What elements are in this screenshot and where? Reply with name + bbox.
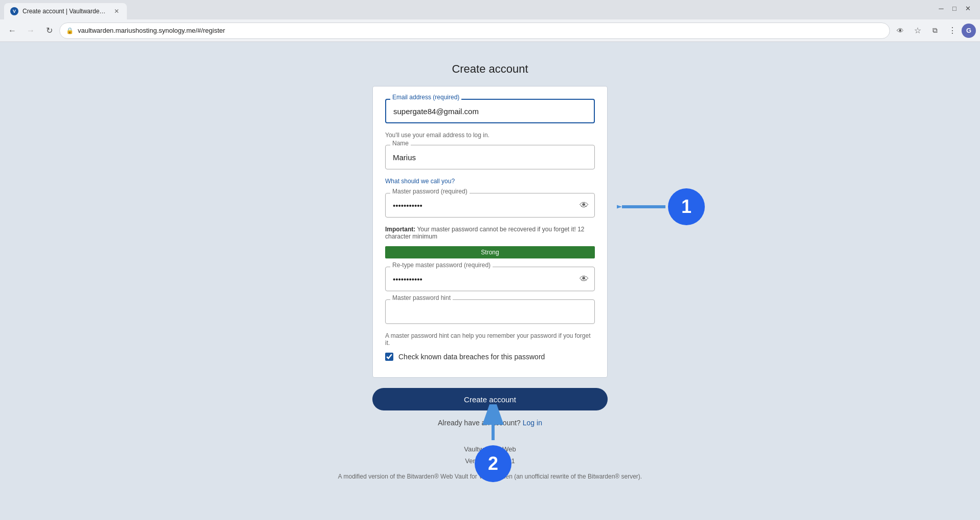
master-password-group: Master password (required) 👁: [385, 193, 595, 218]
master-password-warning: Important: Your master password cannot b…: [385, 226, 595, 240]
tab-close-button[interactable]: ✕: [113, 7, 121, 15]
password-strength-bar: Strong: [385, 246, 595, 258]
email-field-group: Email address (required): [385, 99, 595, 123]
reload-button[interactable]: ↻: [41, 23, 57, 39]
annotation-2-arrow: [478, 404, 508, 445]
breach-check-group: Check known data breaches for this passw…: [385, 353, 595, 361]
eye-password-icon[interactable]: 👁: [892, 23, 908, 39]
annotation-badge-2: 2: [475, 445, 511, 482]
form-card: Email address (required) You'll use your…: [372, 86, 608, 378]
hint-helper-text: A master password hint can help you reme…: [385, 332, 595, 346]
address-bar[interactable]: 🔒 vaultwarden.mariushosting.synology.me/…: [59, 23, 890, 39]
retype-password-toggle-icon[interactable]: 👁: [580, 274, 589, 285]
retype-label: Re-type master password (required): [390, 262, 493, 269]
name-field-group: Name: [385, 145, 595, 169]
browser-tab[interactable]: V Create account | Vaultwarden W ✕: [4, 3, 127, 19]
bookmark-button[interactable]: ☆: [909, 23, 926, 39]
master-password-toggle-icon[interactable]: 👁: [580, 200, 589, 211]
page-content: Create account Email address (required) …: [0, 42, 980, 520]
name-label: Name: [390, 140, 411, 147]
restore-button[interactable]: □: [948, 2, 961, 14]
email-label: Email address (required): [390, 94, 461, 101]
lock-icon: 🔒: [66, 27, 74, 34]
breach-check-checkbox[interactable]: [385, 353, 393, 361]
tab-title: Create account | Vaultwarden W: [23, 8, 108, 15]
hint-field-group: Master password hint: [385, 299, 595, 324]
login-link[interactable]: Log in: [523, 419, 542, 427]
page-title: Create account: [452, 62, 528, 76]
more-button[interactable]: ⋮: [944, 23, 961, 39]
name-input[interactable]: [385, 145, 595, 169]
annotation-1-arrow: [617, 191, 668, 222]
email-helper-text: You'll use your email address to log in.: [385, 132, 595, 139]
close-button[interactable]: ✕: [962, 2, 974, 14]
navigation-bar: ← → ↻ 🔒 vaultwarden.mariushosting.synolo…: [0, 19, 980, 42]
annotation-2: 2: [475, 404, 511, 482]
back-button[interactable]: ←: [4, 23, 20, 39]
retype-password-group: Re-type master password (required) 👁: [385, 267, 595, 291]
master-password-label: Master password (required): [390, 188, 470, 195]
annotation-1: 1: [617, 188, 705, 225]
tab-favicon: V: [10, 7, 18, 15]
minimize-button[interactable]: ─: [935, 2, 947, 14]
form-wrapper: Email address (required) You'll use your…: [372, 86, 608, 427]
hint-label: Master password hint: [390, 294, 453, 301]
url-text: vaultwarden.mariushosting.synology.me/#/…: [78, 27, 225, 34]
extensions-button[interactable]: ⧉: [927, 23, 943, 39]
master-password-input[interactable]: [385, 193, 595, 218]
email-input[interactable]: [385, 99, 595, 123]
forward-button[interactable]: →: [23, 23, 39, 39]
hint-input[interactable]: [385, 299, 595, 324]
annotation-badge-1: 1: [668, 188, 705, 225]
profile-avatar[interactable]: G: [962, 24, 976, 38]
retype-password-input[interactable]: [385, 267, 595, 291]
name-helper-text: What should we call you?: [385, 178, 595, 185]
breach-check-label[interactable]: Check known data breaches for this passw…: [398, 353, 545, 361]
strength-label: Strong: [481, 249, 499, 256]
